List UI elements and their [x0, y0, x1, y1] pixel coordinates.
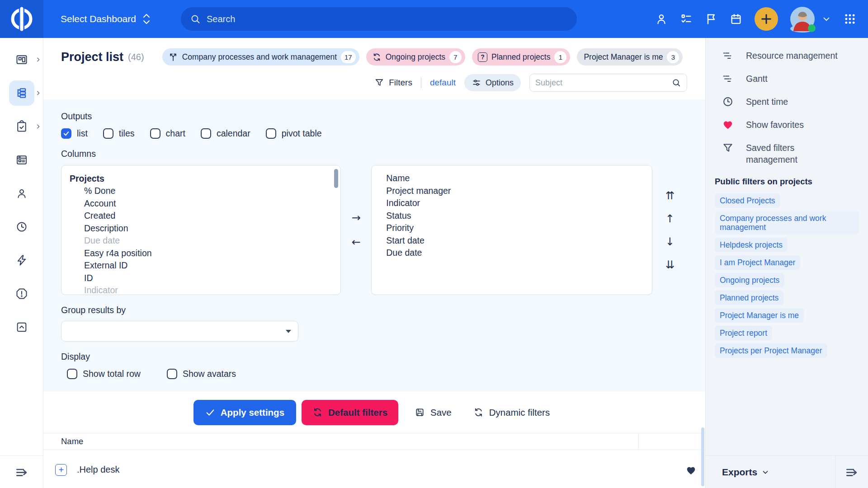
search-input[interactable]: [207, 14, 568, 24]
apply-settings-button[interactable]: Apply settings: [193, 400, 296, 425]
projects-table-header: Name: [43, 433, 705, 450]
task-list-icon[interactable]: [680, 13, 693, 25]
public-filter-link[interactable]: Project report: [715, 326, 772, 340]
selected-column[interactable]: Name: [380, 172, 644, 185]
sidebar-item-users[interactable]: [9, 181, 34, 206]
output-option-pivot-table[interactable]: pivot table: [266, 128, 322, 139]
dashboard-selector[interactable]: Select Dashboard: [61, 13, 151, 25]
branch-icon: [168, 52, 178, 62]
group-by-select[interactable]: [61, 321, 298, 342]
filters-toggle[interactable]: Filters: [374, 78, 412, 88]
app-logo[interactable]: [0, 0, 43, 38]
save-button[interactable]: Save: [409, 400, 457, 425]
column-option[interactable]: Easy r4a position: [70, 247, 332, 260]
exports-dropdown[interactable]: Exports: [722, 467, 769, 478]
selected-column[interactable]: Indicator: [380, 197, 644, 210]
output-option-calendar[interactable]: calendar: [201, 128, 250, 139]
outputs-options: list tiles chart calendar pivot table: [61, 128, 687, 139]
funnel-icon: [722, 142, 734, 154]
column-option[interactable]: Description: [70, 222, 332, 235]
user-icon[interactable]: [655, 13, 668, 25]
global-search[interactable]: [181, 7, 577, 31]
column-option[interactable]: % Done: [70, 185, 332, 197]
project-name-link[interactable]: .Help desk: [77, 465, 120, 475]
options-button[interactable]: Options: [464, 74, 521, 91]
sidebar-item-projects[interactable]: [9, 80, 34, 106]
divider: [835, 456, 835, 488]
public-filter-link[interactable]: Ongoing projects: [715, 273, 784, 287]
column-header-name[interactable]: Name: [43, 436, 83, 446]
account-chevron-down-icon[interactable]: [821, 14, 831, 24]
dashboard-icon: [15, 53, 28, 66]
calendar-icon[interactable]: [730, 13, 742, 25]
sidebar-item-gantt[interactable]: Gantt: [722, 73, 868, 84]
sidebar-item-updates[interactable]: [9, 314, 34, 340]
selected-column[interactable]: Project manager: [380, 185, 644, 197]
public-filter-link[interactable]: Closed Projects: [715, 193, 780, 208]
sidebar-item-time[interactable]: [9, 214, 34, 239]
filter-chip-pm-is-me[interactable]: Project Manager is me 3: [577, 48, 683, 66]
user-avatar[interactable]: [790, 7, 815, 31]
dynamic-filters-button[interactable]: Dynamic filters: [468, 400, 555, 425]
collapse-panel-icon[interactable]: [844, 465, 859, 479]
default-filters-button[interactable]: Default filters: [302, 400, 398, 425]
sidebar-item-spent-time[interactable]: Spent time: [722, 96, 868, 108]
favorite-heart-icon[interactable]: [685, 465, 697, 475]
public-filter-link[interactable]: I am Project Manager: [715, 255, 800, 270]
search-icon[interactable]: [671, 78, 681, 88]
column-group-projects[interactable]: Projects: [70, 172, 332, 185]
sidebar-item-saved-filters[interactable]: Saved filters management: [722, 142, 868, 165]
selected-column[interactable]: Due date: [380, 247, 644, 259]
selected-column[interactable]: Status: [380, 210, 644, 222]
move-left-button[interactable]: ←: [352, 237, 361, 248]
option-label: list: [77, 128, 88, 139]
subject-input[interactable]: [535, 78, 671, 88]
output-option-tiles[interactable]: tiles: [103, 128, 135, 139]
public-filter-link[interactable]: Project Manager is me: [715, 308, 804, 323]
move-bottom-button[interactable]: ⇊: [665, 259, 675, 270]
move-top-button[interactable]: ⇈: [665, 190, 675, 201]
apps-grid-icon[interactable]: [844, 13, 856, 25]
listbox-scrollbar[interactable]: [334, 169, 338, 188]
column-option[interactable]: Account: [70, 197, 332, 210]
output-option-list[interactable]: list: [61, 128, 88, 139]
sidebar-item-dashboards[interactable]: [9, 47, 34, 72]
default-filter-link[interactable]: default: [430, 78, 456, 88]
sidebar-item-boards[interactable]: [9, 147, 34, 173]
sidebar-item-alerts[interactable]: [9, 281, 34, 306]
option-label: chart: [166, 128, 185, 139]
public-filter-link[interactable]: Helpdesk projects: [715, 238, 788, 252]
display-option-total-row[interactable]: Show total row: [67, 369, 141, 379]
move-right-button[interactable]: →: [352, 212, 361, 223]
public-filter-link[interactable]: Planned projects: [715, 291, 783, 305]
public-filter-link[interactable]: Company processes and work management: [715, 211, 859, 235]
selected-column[interactable]: Priority: [380, 222, 644, 235]
chevron-down-icon: [761, 468, 769, 476]
filter-chip-planned[interactable]: ? Planned projects 1: [472, 48, 570, 66]
refresh-icon: [312, 407, 323, 418]
sidebar-item-tasks[interactable]: [9, 114, 34, 139]
sidebar-item-quick-actions[interactable]: [9, 248, 34, 273]
column-option[interactable]: Created: [70, 210, 332, 222]
app-screen: Select Dashboard: [0, 0, 868, 488]
filter-chip-ongoing[interactable]: Ongoing projects 7: [366, 48, 465, 66]
selected-column[interactable]: Start date: [380, 235, 644, 247]
sidebar-item-show-favorites[interactable]: Show favorites: [722, 119, 868, 131]
add-button[interactable]: [755, 7, 778, 31]
move-down-button[interactable]: ↓: [665, 236, 675, 247]
vertical-scrollbar[interactable]: [701, 427, 704, 486]
sidebar-item-resource-management[interactable]: Resource management: [722, 50, 868, 61]
public-filter-link[interactable]: Projects per Project Manager: [715, 343, 827, 358]
filter-chip-company-processes[interactable]: Company processes and work management 17: [162, 48, 359, 66]
outputs-heading: Outputs: [61, 111, 687, 122]
display-option-avatars[interactable]: Show avatars: [167, 369, 236, 379]
output-option-chart[interactable]: chart: [150, 128, 185, 139]
box-chevron-up-icon: [15, 321, 28, 333]
left-sidebar: [0, 38, 43, 488]
flag-icon[interactable]: [705, 13, 717, 25]
column-option[interactable]: External ID: [70, 259, 332, 272]
column-option[interactable]: ID: [70, 272, 332, 285]
expand-row-button[interactable]: [55, 464, 67, 476]
move-up-button[interactable]: ↑: [665, 213, 675, 224]
expand-sidebar-icon[interactable]: [14, 465, 29, 479]
